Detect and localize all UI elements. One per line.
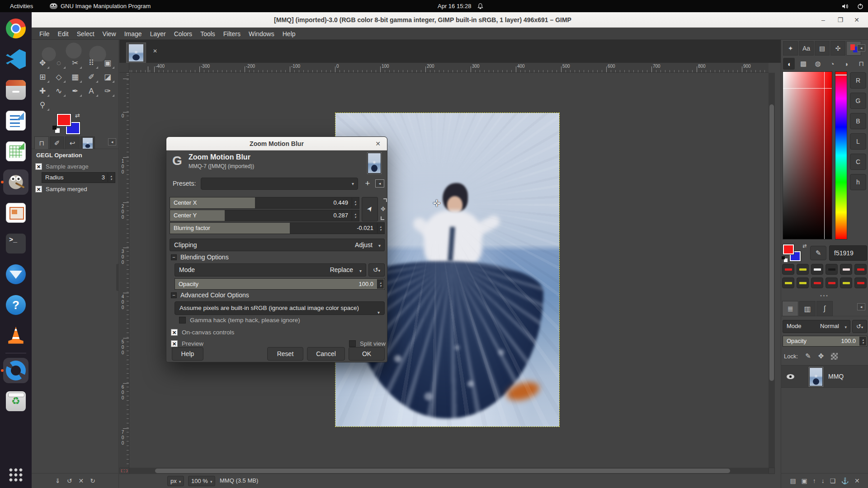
- left-dock-menu-button[interactable]: ◂: [108, 138, 116, 145]
- swap-colors-icon[interactable]: ⇄: [75, 112, 80, 119]
- spinner[interactable]: ▴▾: [352, 211, 359, 221]
- quick-mask-toggle[interactable]: [119, 468, 129, 474]
- color-history-swatch[interactable]: [811, 277, 823, 288]
- tab-device-status[interactable]: ✐: [50, 136, 64, 149]
- gamma-hack-checkbox[interactable]: [179, 317, 186, 324]
- tool-ellipse-select[interactable]: ◌: [51, 56, 67, 70]
- reset-tool-options-icon[interactable]: ↻: [90, 475, 95, 486]
- menu-view[interactable]: View: [99, 28, 120, 40]
- panel-resize-handle[interactable]: [116, 264, 119, 291]
- menu-filters[interactable]: Filters: [219, 28, 245, 40]
- foreground-color-swatch[interactable]: [57, 114, 71, 126]
- tool-pencil[interactable]: ✐: [83, 70, 99, 84]
- menu-help[interactable]: Help: [278, 28, 300, 40]
- on-canvas-controls-checkbox[interactable]: [171, 329, 178, 336]
- tool-smudge[interactable]: ∿: [51, 84, 67, 98]
- scales-picker-icon[interactable]: ⊓: [855, 58, 867, 70]
- layer-mode-dropdown[interactable]: Mode Normal ▾: [783, 320, 850, 333]
- sample-average-checkbox[interactable]: [35, 163, 42, 170]
- menu-colors[interactable]: Colors: [170, 28, 196, 40]
- dock-item-writer[interactable]: [5, 110, 27, 131]
- layer-visibility-eye-icon[interactable]: [787, 374, 794, 379]
- tab-tool-options[interactable]: ⊓: [34, 136, 49, 149]
- vertical-scrollbar[interactable]: [769, 73, 775, 468]
- pick-center-button[interactable]: ➤: [362, 197, 378, 221]
- channel-button-B[interactable]: B: [850, 113, 866, 129]
- tool-heal[interactable]: ✚: [34, 84, 51, 98]
- spinner[interactable]: ▴▾: [377, 279, 384, 289]
- menu-layer[interactable]: Layer: [146, 28, 170, 40]
- menu-edit[interactable]: Edit: [54, 28, 73, 40]
- right-dock-menu-button[interactable]: ◂: [857, 44, 865, 52]
- layer-row[interactable]: MMQ: [781, 365, 868, 388]
- reset-button[interactable]: Reset: [267, 347, 303, 361]
- vertical-scrollbar-thumb[interactable]: [769, 104, 774, 381]
- menu-image[interactable]: Image: [120, 28, 146, 40]
- layer-opacity-slider[interactable]: Opacity 100.0 ▴▾: [783, 336, 867, 347]
- on-canvas-control-crosshair[interactable]: ✛: [431, 198, 442, 209]
- layer-mode-reset-button[interactable]: ↺▾: [852, 320, 867, 333]
- position-link-widget[interactable]: ✥: [381, 198, 387, 220]
- menu-select[interactable]: Select: [73, 28, 99, 40]
- zoom-select[interactable]: 100 %▾: [188, 476, 215, 486]
- tool-gradient[interactable]: ▦: [67, 70, 83, 84]
- opacity-slider[interactable]: Opacity 100.0 ▴▾: [175, 278, 385, 290]
- channel-button-G[interactable]: G: [850, 93, 866, 109]
- clipping-dropdown[interactable]: Clipping Adjust ▾: [170, 239, 385, 251]
- tab-brushes[interactable]: ✦: [783, 41, 798, 56]
- layers-dock-menu-button[interactable]: ◂: [857, 303, 865, 310]
- tab-undo-history[interactable]: ↩: [65, 136, 80, 149]
- tool-text[interactable]: A: [83, 84, 99, 98]
- restore-tool-preset-icon[interactable]: ↺: [67, 475, 72, 486]
- color-history-swatch[interactable]: [797, 264, 809, 275]
- channel-button-C[interactable]: C: [850, 154, 866, 170]
- add-preset-button[interactable]: +: [363, 178, 373, 188]
- color-history-swatch[interactable]: [826, 277, 838, 288]
- horizontal-scrollbar-thumb[interactable]: [155, 469, 731, 473]
- lock-position-icon[interactable]: ✥: [818, 352, 824, 360]
- ruler-corner[interactable]: [119, 63, 129, 73]
- tool-crop[interactable]: ▣: [99, 56, 116, 70]
- blending-options-expander[interactable]: − Blending Options: [171, 253, 229, 261]
- color-history-swatch[interactable]: [782, 264, 794, 275]
- window-titlebar[interactable]: [MMQ] (imported)-3.0 (RGB color 8-bit ga…: [32, 12, 868, 28]
- vertical-ruler[interactable]: 0100200300400500600700: [119, 73, 129, 468]
- dock-item-calc[interactable]: [5, 141, 27, 162]
- default-colors-icon[interactable]: [782, 256, 788, 262]
- presets-dropdown[interactable]: ▾: [201, 178, 358, 190]
- edit-color-button[interactable]: ✎: [810, 246, 826, 260]
- tab-layers[interactable]: ≣: [782, 301, 798, 316]
- horizontal-scrollbar[interactable]: [129, 468, 769, 474]
- system-tray[interactable]: [842, 0, 863, 12]
- swap-colors-icon[interactable]: ⇄: [802, 243, 807, 249]
- dock-item-vscode[interactable]: [5, 48, 27, 70]
- lock-alpha-icon[interactable]: [831, 353, 838, 360]
- image-tab[interactable]: [126, 42, 146, 63]
- mode-reset-button[interactable]: ↺▾: [368, 263, 385, 277]
- channel-button-L[interactable]: L: [850, 133, 866, 150]
- color-history-swatch[interactable]: [854, 264, 867, 275]
- menu-windows[interactable]: Windows: [245, 28, 278, 40]
- advanced-color-options-expander[interactable]: − Advanced Color Options: [171, 291, 249, 299]
- dock-item-impress[interactable]: [5, 202, 27, 224]
- close-button[interactable]: ✕: [852, 15, 862, 24]
- dock-item-files[interactable]: [5, 79, 27, 101]
- minimize-button[interactable]: –: [818, 15, 828, 24]
- tool-zoom[interactable]: ⚲: [34, 98, 51, 112]
- dock-item-vlc[interactable]: [5, 325, 27, 347]
- delete-tool-preset-icon[interactable]: ✕: [79, 475, 84, 486]
- tab-image-thumbnail[interactable]: [80, 136, 95, 149]
- hue-strip[interactable]: [835, 71, 847, 239]
- dock-item-thunderbird[interactable]: [5, 263, 27, 285]
- radius-spin-arrows[interactable]: ▴▾: [108, 173, 114, 182]
- color-history-swatch[interactable]: [826, 264, 838, 275]
- dock-item-chrome[interactable]: [5, 18, 27, 39]
- watercolor-picker-icon[interactable]: ◍: [812, 58, 824, 70]
- maximize-button[interactable]: ❐: [835, 15, 845, 24]
- activities-button[interactable]: Activities: [6, 0, 37, 12]
- raise-layer-icon[interactable]: ↑: [813, 475, 816, 486]
- new-layer-icon[interactable]: ▤: [790, 475, 796, 486]
- preset-menu-button[interactable]: ◂: [375, 179, 384, 188]
- channel-button-R[interactable]: R: [850, 72, 866, 89]
- dialog-titlebar[interactable]: Zoom Motion Blur ✕: [166, 137, 387, 150]
